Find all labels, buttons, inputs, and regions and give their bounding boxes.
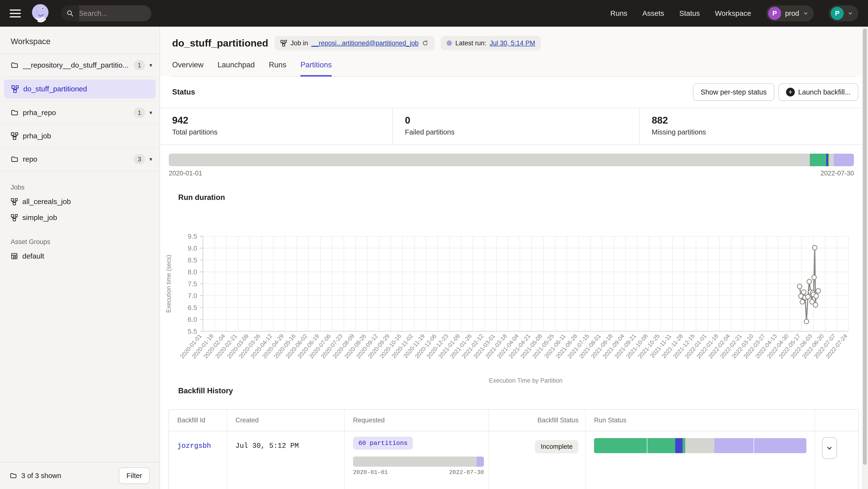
svg-text:9.5: 9.5 (188, 233, 197, 240)
sidebar-item-do-stuff-partitioned[interactable]: do_stuff_partitioned (4, 79, 156, 98)
expand-caret-icon[interactable]: ▾ (149, 62, 152, 69)
tab-launchpad[interactable]: Launchpad (217, 61, 255, 76)
table-row: jozrgsbh Jul 30, 5:12 PM 60 partitions 2… (169, 431, 858, 489)
svg-text:7.5: 7.5 (188, 280, 197, 288)
chevron-down-icon (826, 445, 833, 451)
search-input[interactable] (79, 9, 151, 18)
stat-value: 882 (652, 115, 868, 126)
filter-button[interactable]: Filter (119, 467, 150, 484)
run-status-bar[interactable] (594, 438, 806, 453)
sidebar-item-repository[interactable]: __repository__do_stuff_partitio... 1 ▾ (0, 54, 159, 77)
table-header-row: Backfill Id Created Requested Backfill S… (169, 410, 858, 431)
tab-overview[interactable]: Overview (172, 61, 204, 76)
job-tabs: Overview Launchpad Runs Partitions (172, 61, 856, 76)
job-icon (11, 85, 19, 93)
deployment-label: prod (785, 9, 799, 18)
sidebar-item-label: do_stuff_partitioned (23, 85, 87, 93)
launch-backfill-button[interactable]: + Launch backfill... (778, 84, 858, 101)
stat-label: Total partitions (172, 128, 392, 136)
latest-run-prefix: Latest run: (455, 39, 486, 47)
top-nav: / Runs Assets Status Workspace P prod P (0, 0, 868, 27)
sidebar-job-label: all_cereals_job (22, 197, 71, 206)
job-icon (280, 40, 287, 46)
partition-range-end: 2022-07-30 (820, 170, 854, 177)
show-per-step-status-button[interactable]: Show per-step status (693, 84, 774, 101)
menu-icon[interactable] (10, 9, 21, 18)
sidebar-item-prha-job[interactable]: prha_job (0, 125, 159, 148)
job-icon (11, 132, 19, 140)
plus-circle-icon: + (786, 88, 795, 96)
svg-text:6.0: 6.0 (188, 316, 197, 323)
col-run-status: Run Status (586, 410, 815, 431)
latest-run-chip: Latest run: Jul 30, 5:14 PM (441, 36, 541, 51)
page-title: do_stuff_partitioned (172, 38, 268, 49)
expand-caret-icon[interactable]: ▾ (149, 109, 152, 116)
deployment-switcher[interactable]: P prod (766, 5, 814, 21)
vertical-scrollbar (862, 27, 868, 489)
col-actions (815, 410, 858, 431)
stat-label: Missing partitions (652, 128, 868, 136)
count-badge: 1 (134, 107, 145, 118)
svg-text:Execution Time by Partition: Execution Time by Partition (489, 377, 562, 384)
user-menu[interactable]: P (829, 5, 858, 21)
count-badge: 1 (134, 60, 145, 70)
sidebar-item-label: prha_job (23, 132, 51, 140)
nav-link-assets[interactable]: Assets (642, 9, 664, 18)
backfill-created: Jul 30, 5:12 PM (236, 442, 299, 450)
partition-status-bar[interactable]: 2020-01-01 2022-07-30 (160, 145, 868, 177)
jobs-section-label: Jobs (0, 171, 159, 194)
scrollbar-thumb[interactable] (863, 29, 867, 465)
svg-text:6.5: 6.5 (188, 304, 197, 312)
asset-groups-section-label: Asset Groups (0, 226, 159, 248)
sidebar-title: Workspace (0, 27, 159, 53)
expand-row-button[interactable] (822, 437, 837, 459)
latest-run-link[interactable]: Jul 30, 5:14 PM (490, 39, 535, 47)
requested-range-bar (353, 457, 484, 467)
sidebar-item-label: prha_repo (23, 108, 56, 117)
svg-text:8.0: 8.0 (188, 268, 197, 276)
asset-group-icon (11, 253, 18, 260)
folder-icon (11, 155, 19, 163)
folder-icon (11, 61, 19, 69)
launch-backfill-label: Launch backfill... (798, 88, 850, 96)
backfill-history-title: Backfill History (160, 384, 868, 402)
expand-caret-icon[interactable]: ▾ (149, 156, 152, 163)
backfill-history-table: Backfill Id Created Requested Backfill S… (168, 409, 859, 489)
deployment-avatar: P (768, 7, 781, 20)
sidebar-item-prha-repo[interactable]: prha_repo 1 ▾ (0, 101, 159, 125)
sidebar-asset-group-default[interactable]: default (0, 248, 159, 264)
run-duration-title: Run duration (160, 186, 868, 209)
tab-runs[interactable]: Runs (269, 61, 286, 76)
backfill-id-link[interactable]: jozrgsbh (177, 442, 211, 450)
requested-partitions-chip[interactable]: 60 partitions (353, 437, 413, 450)
sidebar-item-label: __repository__do_stuff_partitio... (23, 61, 128, 69)
run-status-dot-icon (446, 40, 452, 46)
dagster-logo-icon[interactable] (30, 3, 51, 24)
search-box[interactable]: / (61, 5, 151, 21)
sidebar-job-all-cereals[interactable]: all_cereals_job (0, 194, 159, 209)
stat-failed-partitions: 0 Failed partitions (393, 108, 640, 144)
run-duration-chart-panel: 2020-01-012020-01-182020-02-042020-02-21… (160, 209, 868, 384)
stat-value: 942 (172, 115, 392, 126)
reload-icon[interactable] (422, 40, 429, 46)
job-origin-link[interactable]: __reposi...artitioned@partitioned_job (311, 39, 418, 47)
sidebar-footer: 3 of 3 shown Filter (0, 462, 159, 489)
main-content: do_stuff_partitioned Job in __reposi...a… (160, 27, 868, 489)
sidebar-item-repo[interactable]: repo 3 ▾ (0, 148, 159, 171)
nav-link-status[interactable]: Status (679, 9, 700, 18)
svg-text:9.0: 9.0 (188, 244, 197, 252)
app-window: / Runs Assets Status Workspace P prod P … (0, 0, 868, 489)
asset-group-label: default (22, 252, 44, 260)
svg-text:7.0: 7.0 (188, 292, 197, 299)
sidebar-job-simple[interactable]: simple_job (0, 209, 159, 226)
nav-link-runs[interactable]: Runs (610, 9, 627, 18)
col-requested: Requested (345, 410, 489, 431)
run-duration-chart: 2020-01-012020-01-182020-02-042020-02-21… (160, 215, 862, 384)
stat-value: 0 (405, 115, 639, 126)
partition-range-start: 2020-01-01 (169, 170, 202, 177)
tab-partitions[interactable]: Partitions (301, 61, 332, 76)
workspace-sidebar: Workspace __repository__do_stuff_partiti… (0, 27, 160, 489)
nav-link-workspace[interactable]: Workspace (715, 9, 751, 18)
folder-icon (10, 472, 17, 479)
repos-shown-count: 3 of 3 shown (21, 472, 61, 480)
